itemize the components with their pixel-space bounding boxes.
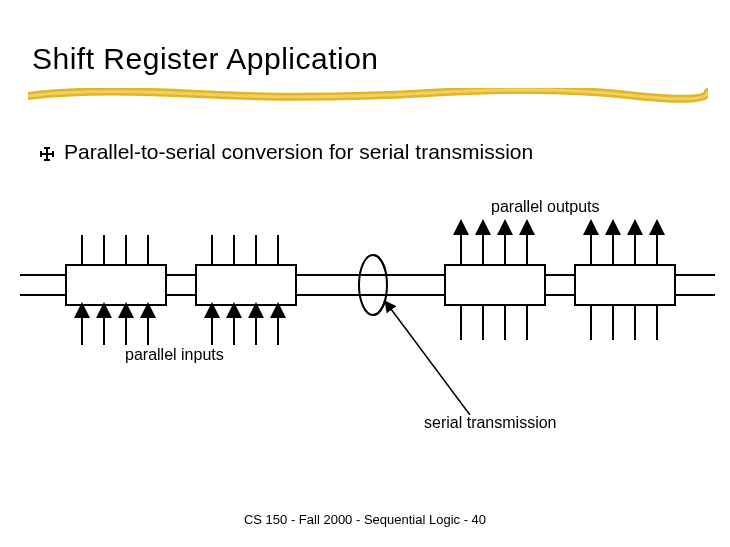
bullet-item: Parallel-to-serial conversion for serial… (40, 140, 533, 164)
shift-register-diagram (0, 215, 730, 415)
svg-line-52 (388, 305, 470, 415)
label-parallel-outputs: parallel outputs (491, 198, 600, 216)
label-serial-transmission: serial transmission (424, 414, 556, 432)
svg-rect-4 (44, 147, 50, 149)
svg-rect-5 (44, 159, 50, 161)
svg-rect-30 (445, 265, 545, 305)
svg-rect-2 (40, 151, 42, 157)
svg-rect-39 (575, 265, 675, 305)
svg-rect-21 (196, 265, 296, 305)
svg-rect-12 (66, 265, 166, 305)
bullet-icon (40, 147, 54, 161)
bullet-text: Parallel-to-serial conversion for serial… (64, 140, 533, 164)
title-underline (28, 88, 708, 104)
slide-footer: CS 150 - Fall 2000 - Sequential Logic - … (0, 512, 730, 527)
svg-rect-1 (46, 149, 48, 159)
svg-rect-3 (52, 151, 54, 157)
slide-title: Shift Register Application (32, 42, 379, 76)
